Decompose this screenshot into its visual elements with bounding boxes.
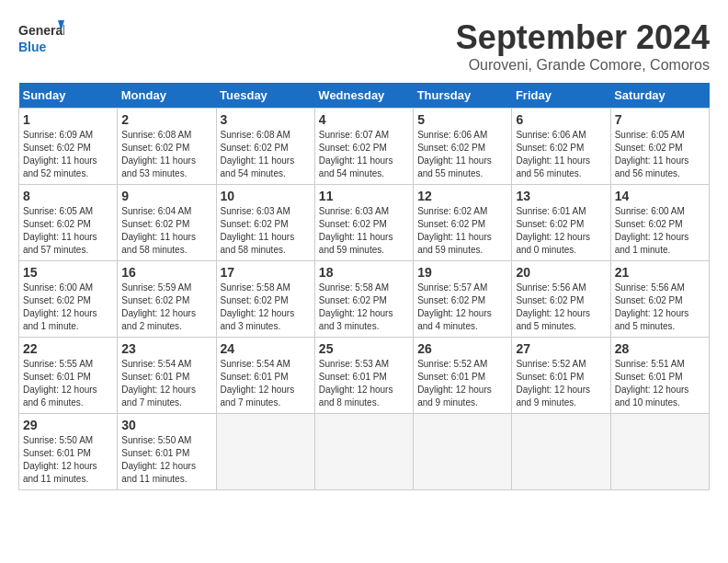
calendar-cell: 24Sunrise: 5:54 AMSunset: 6:01 PMDayligh…	[216, 338, 314, 414]
calendar-cell: 7Sunrise: 6:05 AMSunset: 6:02 PMDaylight…	[610, 109, 709, 185]
day-number: 5	[417, 112, 507, 127]
day-number: 24	[221, 341, 311, 356]
day-number: 22	[23, 341, 113, 356]
calendar-cell: 6Sunrise: 6:06 AMSunset: 6:02 PMDaylight…	[512, 109, 610, 185]
header: General Blue September 2024 Ouroveni, Gr…	[18, 18, 710, 74]
calendar-week-4: 29Sunrise: 5:50 AMSunset: 6:01 PMDayligh…	[19, 414, 710, 490]
day-info: Sunrise: 6:06 AMSunset: 6:02 PMDaylight:…	[516, 129, 606, 180]
calendar-cell: 30Sunrise: 5:50 AMSunset: 6:01 PMDayligh…	[118, 414, 216, 490]
day-number: 7	[615, 112, 705, 127]
calendar-cell: 9Sunrise: 6:04 AMSunset: 6:02 PMDaylight…	[118, 185, 216, 261]
day-info: Sunrise: 5:54 AMSunset: 6:01 PMDaylight:…	[121, 358, 211, 409]
day-number: 3	[221, 112, 311, 127]
calendar-header: SundayMondayTuesdayWednesdayThursdayFrid…	[19, 83, 710, 109]
day-number: 2	[121, 112, 211, 127]
calendar-cell: 18Sunrise: 5:58 AMSunset: 6:02 PMDayligh…	[314, 261, 413, 338]
day-info: Sunrise: 6:06 AMSunset: 6:02 PMDaylight:…	[417, 129, 507, 180]
calendar-week-0: 1Sunrise: 6:09 AMSunset: 6:02 PMDaylight…	[19, 109, 710, 185]
header-cell-sunday: Sunday	[19, 83, 118, 109]
day-number: 17	[221, 265, 311, 280]
calendar-cell: 10Sunrise: 6:03 AMSunset: 6:02 PMDayligh…	[216, 185, 314, 261]
day-info: Sunrise: 6:07 AMSunset: 6:02 PMDaylight:…	[319, 129, 409, 180]
day-info: Sunrise: 5:52 AMSunset: 6:01 PMDaylight:…	[516, 358, 606, 409]
day-info: Sunrise: 5:51 AMSunset: 6:01 PMDaylight:…	[615, 358, 705, 409]
calendar-cell: 5Sunrise: 6:06 AMSunset: 6:02 PMDaylight…	[414, 109, 512, 185]
calendar-cell: 8Sunrise: 6:05 AMSunset: 6:02 PMDaylight…	[19, 185, 118, 261]
day-info: Sunrise: 6:09 AMSunset: 6:02 PMDaylight:…	[23, 129, 113, 180]
calendar-cell	[314, 414, 413, 490]
calendar-cell	[610, 414, 709, 490]
calendar-cell: 21Sunrise: 5:56 AMSunset: 6:02 PMDayligh…	[610, 261, 709, 338]
header-row: SundayMondayTuesdayWednesdayThursdayFrid…	[19, 83, 710, 109]
day-info: Sunrise: 5:55 AMSunset: 6:01 PMDaylight:…	[23, 358, 113, 409]
day-number: 21	[615, 265, 705, 280]
day-info: Sunrise: 6:00 AMSunset: 6:02 PMDaylight:…	[23, 282, 113, 333]
day-number: 4	[319, 112, 409, 127]
calendar-cell: 12Sunrise: 6:02 AMSunset: 6:02 PMDayligh…	[414, 185, 512, 261]
day-number: 8	[23, 189, 113, 203]
calendar-week-3: 22Sunrise: 5:55 AMSunset: 6:01 PMDayligh…	[19, 338, 710, 414]
day-info: Sunrise: 5:58 AMSunset: 6:02 PMDaylight:…	[221, 282, 311, 333]
day-number: 29	[23, 418, 113, 432]
calendar-cell: 20Sunrise: 5:56 AMSunset: 6:02 PMDayligh…	[512, 261, 610, 338]
svg-text:Blue: Blue	[18, 40, 47, 54]
calendar-cell: 23Sunrise: 5:54 AMSunset: 6:01 PMDayligh…	[118, 338, 216, 414]
day-info: Sunrise: 6:01 AMSunset: 6:02 PMDaylight:…	[516, 205, 606, 257]
day-info: Sunrise: 6:08 AMSunset: 6:02 PMDaylight:…	[221, 129, 311, 180]
day-number: 6	[516, 112, 606, 127]
day-number: 16	[121, 265, 211, 280]
calendar-cell: 26Sunrise: 5:52 AMSunset: 6:01 PMDayligh…	[414, 338, 512, 414]
calendar-cell: 17Sunrise: 5:58 AMSunset: 6:02 PMDayligh…	[216, 261, 314, 338]
calendar-cell: 13Sunrise: 6:01 AMSunset: 6:02 PMDayligh…	[512, 185, 610, 261]
calendar-cell	[414, 414, 512, 490]
day-info: Sunrise: 5:56 AMSunset: 6:02 PMDaylight:…	[516, 282, 606, 333]
header-cell-tuesday: Tuesday	[216, 83, 314, 109]
header-cell-friday: Friday	[512, 83, 610, 109]
calendar-cell: 2Sunrise: 6:08 AMSunset: 6:02 PMDaylight…	[118, 109, 216, 185]
day-number: 11	[319, 189, 409, 203]
header-cell-saturday: Saturday	[610, 83, 709, 109]
calendar-cell: 3Sunrise: 6:08 AMSunset: 6:02 PMDaylight…	[216, 109, 314, 185]
day-number: 28	[615, 341, 705, 356]
calendar-cell: 27Sunrise: 5:52 AMSunset: 6:01 PMDayligh…	[512, 338, 610, 414]
header-cell-thursday: Thursday	[414, 83, 512, 109]
day-info: Sunrise: 6:05 AMSunset: 6:02 PMDaylight:…	[23, 205, 113, 257]
calendar-cell: 14Sunrise: 6:00 AMSunset: 6:02 PMDayligh…	[610, 185, 709, 261]
title-area: September 2024 Ouroveni, Grande Comore, …	[456, 18, 710, 74]
day-number: 19	[417, 265, 507, 280]
calendar-week-1: 8Sunrise: 6:05 AMSunset: 6:02 PMDaylight…	[19, 185, 710, 261]
calendar-cell: 28Sunrise: 5:51 AMSunset: 6:01 PMDayligh…	[610, 338, 709, 414]
day-number: 27	[516, 341, 606, 356]
logo-svg: General Blue	[18, 18, 64, 60]
calendar-cell: 4Sunrise: 6:07 AMSunset: 6:02 PMDaylight…	[314, 109, 413, 185]
month-title: September 2024	[456, 18, 710, 57]
day-number: 26	[417, 341, 507, 356]
day-number: 23	[121, 341, 211, 356]
day-number: 1	[23, 112, 113, 127]
calendar-cell	[512, 414, 610, 490]
day-number: 20	[516, 265, 606, 280]
day-info: Sunrise: 6:04 AMSunset: 6:02 PMDaylight:…	[121, 205, 211, 257]
day-info: Sunrise: 5:52 AMSunset: 6:01 PMDaylight:…	[417, 358, 507, 409]
day-info: Sunrise: 5:50 AMSunset: 6:01 PMDaylight:…	[121, 434, 211, 486]
calendar-cell	[216, 414, 314, 490]
calendar-cell: 11Sunrise: 6:03 AMSunset: 6:02 PMDayligh…	[314, 185, 413, 261]
logo: General Blue	[18, 18, 64, 60]
day-info: Sunrise: 5:54 AMSunset: 6:01 PMDaylight:…	[221, 358, 311, 409]
day-number: 12	[417, 189, 507, 203]
day-info: Sunrise: 6:00 AMSunset: 6:02 PMDaylight:…	[615, 205, 705, 257]
day-info: Sunrise: 6:02 AMSunset: 6:02 PMDaylight:…	[417, 205, 507, 257]
svg-text:General: General	[18, 23, 64, 38]
day-info: Sunrise: 6:08 AMSunset: 6:02 PMDaylight:…	[121, 129, 211, 180]
day-number: 30	[121, 418, 211, 432]
day-info: Sunrise: 5:59 AMSunset: 6:02 PMDaylight:…	[121, 282, 211, 333]
calendar-cell: 25Sunrise: 5:53 AMSunset: 6:01 PMDayligh…	[314, 338, 413, 414]
day-info: Sunrise: 5:56 AMSunset: 6:02 PMDaylight:…	[615, 282, 705, 333]
calendar-cell: 1Sunrise: 6:09 AMSunset: 6:02 PMDaylight…	[19, 109, 118, 185]
subtitle: Ouroveni, Grande Comore, Comoros	[456, 57, 710, 74]
day-number: 25	[319, 341, 409, 356]
day-number: 15	[23, 265, 113, 280]
day-info: Sunrise: 5:53 AMSunset: 6:01 PMDaylight:…	[319, 358, 409, 409]
day-info: Sunrise: 6:03 AMSunset: 6:02 PMDaylight:…	[221, 205, 311, 257]
calendar-cell: 29Sunrise: 5:50 AMSunset: 6:01 PMDayligh…	[19, 414, 118, 490]
